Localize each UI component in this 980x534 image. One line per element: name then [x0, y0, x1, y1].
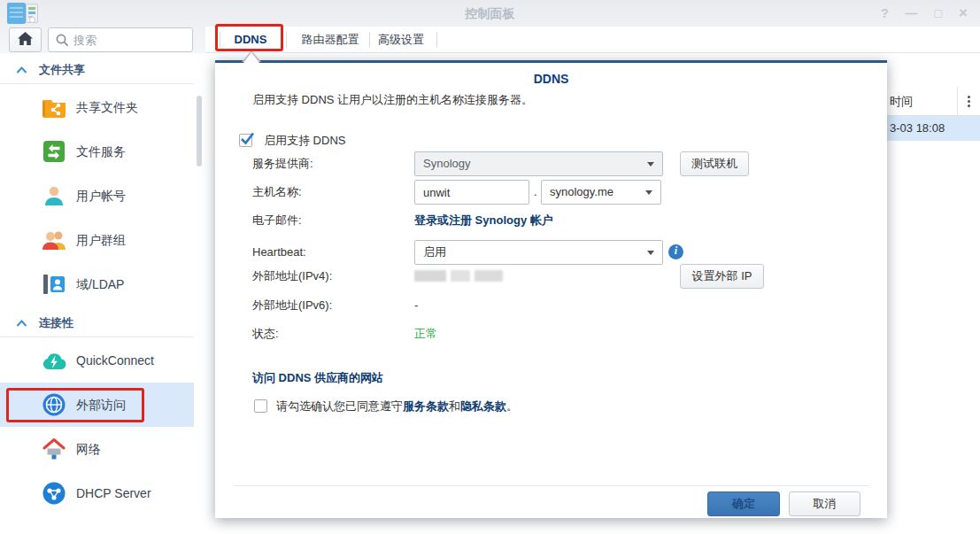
annotation-box-external-access [6, 388, 144, 422]
domain-value: synology.me [550, 181, 613, 204]
user-group-icon [41, 227, 67, 253]
status-label: 状态: [252, 321, 279, 346]
domain-select[interactable]: synology.me [541, 180, 661, 205]
sidebar-item-label: 网络 [76, 427, 101, 471]
checkmark-icon [239, 131, 256, 146]
heartbeat-label: Heartbeat: [252, 240, 306, 265]
terms-suffix: 。 [506, 399, 518, 413]
minimize-icon[interactable]: — [906, 0, 918, 27]
search-box[interactable] [48, 27, 193, 52]
hostname-dot-separator: . [534, 180, 537, 205]
terms-text: 请勾选确认您已同意遵守服务条款和隐私条款。 [276, 394, 518, 419]
sidebar-item-label: QuickConnect [76, 338, 154, 383]
home-button[interactable] [9, 27, 42, 52]
enable-ddns-checkbox[interactable] [239, 134, 252, 147]
hostname-input[interactable] [414, 180, 529, 205]
network-icon [41, 436, 67, 462]
shared-folder-icon [41, 94, 67, 120]
heartbeat-value: 启用 [423, 241, 446, 264]
sidebar-item-label: 文件服务 [76, 129, 126, 174]
test-connection-button[interactable]: 测试联机 [680, 151, 749, 176]
annotation-box-ddns-tab [215, 24, 283, 51]
file-service-icon [41, 138, 67, 165]
provider-label: 服务提供商: [252, 151, 313, 176]
sidebar-section-file-sharing[interactable]: 文件共享 [0, 57, 194, 83]
heartbeat-row: Heartbeat: 启用 [252, 240, 869, 265]
sidebar-item-label: 域/LDAP [76, 262, 124, 306]
sidebar-item-network[interactable]: 网络 [0, 427, 194, 471]
chevron-down-icon [647, 251, 654, 255]
sidebar-item-wireless[interactable]: 无线 [0, 524, 194, 534]
sidebar-item-label: 共享文件夹 [76, 85, 138, 129]
titlebar[interactable]: 控制面板 ? — □ × [0, 0, 980, 27]
tab-separator [286, 32, 287, 48]
terms-conjunction: 和 [449, 399, 460, 413]
privacy-terms-link[interactable]: 隐私条款 [460, 399, 506, 413]
set-external-ip-button[interactable]: 设置外部 IP [680, 264, 764, 289]
chevron-down-icon [647, 162, 654, 166]
domain-ldap-icon [41, 271, 67, 298]
sidebar-item-quickconnect[interactable]: QuickConnect [0, 338, 194, 383]
home-icon [17, 31, 34, 49]
search-icon [56, 34, 69, 47]
sidebar-section-connectivity[interactable]: 连接性 [0, 310, 194, 337]
terms-checkbox[interactable] [254, 399, 267, 413]
section-header-label: 文件共享 [39, 57, 85, 83]
sidebar-item-label: 用户帐号 [76, 174, 126, 218]
chevron-down-icon [645, 190, 652, 195]
sidebar-item-label: DHCP Server [76, 471, 151, 515]
heartbeat-select[interactable]: 启用 [414, 240, 663, 265]
ok-button[interactable]: 确定 [707, 491, 780, 516]
sidebar-item-user-account[interactable]: 用户帐号 [0, 174, 194, 218]
ddns-dialog: DDNS 启用支持 DDNS 让用户以注册的主机名称连接服务器。 启用支持 DD… [215, 60, 887, 518]
help-icon[interactable]: ? [881, 0, 889, 27]
hostname-row: 主机名称: . synology.me [252, 180, 869, 205]
ipv6-label: 外部地址(IPv6): [252, 293, 332, 318]
sidebar-item-domain-ldap[interactable]: 域/LDAP [0, 262, 194, 306]
enable-ddns-row: 启用支持 DDNS [215, 128, 887, 153]
provider-website-link[interactable]: 访问 DDNS 供应商的网站 [252, 366, 383, 391]
ipv6-value: - [414, 293, 418, 318]
sidebar-item-dhcp-server[interactable]: DHCP Server [0, 471, 194, 515]
time-column-header: 时间 [890, 87, 913, 116]
section-divider [0, 83, 194, 84]
dialog-description: 启用支持 DDNS 让用户以注册的主机名称连接服务器。 [252, 91, 533, 109]
column-menu-icon[interactable] [957, 87, 980, 116]
chevron-up-icon [16, 320, 27, 327]
email-row: 电子邮件: 登录或注册 Synology 帐户 [252, 208, 869, 233]
synology-account-link[interactable]: 登录或注册 Synology 帐户 [414, 208, 553, 233]
row-time-value: 3-03 18:08 [890, 116, 945, 141]
sidebar-item-shared-folder[interactable]: 共享文件夹 [0, 85, 194, 129]
table-header: 时间 [887, 87, 980, 116]
dhcp-server-icon [41, 480, 67, 507]
section-header-label: 连接性 [39, 310, 73, 337]
sidebar-scrollbar[interactable] [197, 96, 202, 166]
sidebar-item-user-group[interactable]: 用户群组 [0, 218, 194, 262]
tab-router-config[interactable]: 路由器配置 [292, 27, 368, 53]
close-icon[interactable]: × [959, 0, 968, 27]
tab-bar: DDNS 路由器配置 高级设置 [205, 27, 980, 53]
ipv4-row: 外部地址(IPv4): 设置外部 IP [252, 264, 869, 289]
terms-prefix: 请勾选确认您已同意遵守 [276, 399, 403, 413]
quickconnect-icon [41, 347, 67, 374]
status-value: 正常 [414, 321, 437, 346]
maximize-icon[interactable]: □ [935, 0, 942, 27]
search-input[interactable] [73, 29, 189, 50]
hostname-label: 主机名称: [252, 180, 302, 205]
sidebar-item-label: 无线 [76, 524, 101, 534]
ipv6-row: 外部地址(IPv6): - [252, 293, 869, 318]
cancel-button[interactable]: 取消 [789, 491, 860, 516]
provider-select[interactable]: Synology [414, 151, 663, 176]
table-row[interactable]: 3-03 18:08 [887, 116, 980, 141]
terms-of-service-link[interactable]: 服务条款 [403, 399, 449, 413]
status-row: 状态: 正常 [252, 321, 869, 346]
sidebar: 文件共享 共享文件夹 文件服务 [0, 53, 205, 534]
background-table-fragment: 时间 3-03 18:08 [887, 87, 980, 141]
email-label: 电子邮件: [252, 208, 302, 233]
tab-separator [436, 32, 437, 48]
sidebar-item-file-services[interactable]: 文件服务 [0, 129, 194, 174]
tab-advanced-settings[interactable]: 高级设置 [372, 27, 430, 53]
user-account-icon [41, 182, 67, 209]
info-icon[interactable] [668, 244, 683, 259]
sidebar-item-label: 用户群组 [76, 218, 126, 262]
